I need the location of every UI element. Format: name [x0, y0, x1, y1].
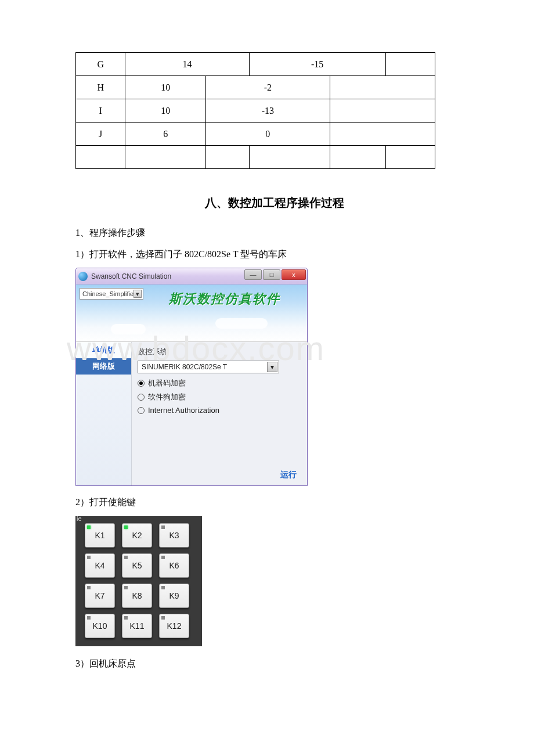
- cell: 10: [125, 99, 206, 123]
- cell: H: [76, 76, 125, 99]
- minimize-button[interactable]: —: [244, 269, 262, 280]
- cell: -2: [206, 76, 330, 99]
- key-k1[interactable]: K1: [85, 523, 115, 548]
- radio-label: Internet Authorization: [148, 406, 219, 415]
- cell: -13: [206, 99, 330, 123]
- key-k6[interactable]: K6: [159, 553, 189, 578]
- radio-label: 机器码加密: [148, 378, 186, 388]
- key-k4[interactable]: K4: [85, 553, 115, 578]
- cell: [330, 123, 435, 146]
- chevron-down-icon: ▾: [134, 290, 142, 298]
- left-tabs: 单机版 网络版: [76, 342, 132, 486]
- key-k3[interactable]: K3: [159, 523, 189, 548]
- cell: J: [76, 123, 125, 146]
- key-k11[interactable]: K11: [122, 614, 152, 638]
- cell: 6: [125, 123, 206, 146]
- run-link[interactable]: 运行: [280, 470, 297, 480]
- cell: [330, 76, 435, 99]
- banner: Chinese_Simplifie ▾ 斯沃数控仿真软件: [76, 285, 307, 341]
- key-k12[interactable]: K12: [159, 614, 189, 638]
- radio-icon: [138, 394, 145, 401]
- radio-icon: [138, 380, 145, 387]
- right-panel: 数控系统 SINUMERIK 802C/802Se T ▾ 机器码加密 软件狗加…: [132, 342, 307, 486]
- tab-network[interactable]: 网络版: [76, 358, 131, 375]
- step-1-text: 1）打开软件，选择西门子 802C/802Se T 型号的车床: [75, 246, 473, 262]
- language-value: Chinese_Simplifie: [82, 290, 134, 297]
- window-title: Swansoft CNC Simulation: [91, 272, 171, 280]
- cell: [385, 53, 435, 76]
- radio-label: 软件狗加密: [148, 392, 186, 402]
- chevron-down-icon: ▾: [267, 362, 277, 372]
- step-heading: 1、程序操作步骤: [75, 225, 473, 240]
- table-row: [76, 146, 435, 169]
- cell: [249, 146, 330, 169]
- window-titlebar: Swansoft CNC Simulation — □ x: [76, 268, 307, 285]
- cell: 14: [125, 53, 249, 76]
- panel-corner-label: ie: [77, 515, 82, 522]
- cell: I: [76, 99, 125, 123]
- cell: [330, 99, 435, 123]
- group-label: 数控系统: [138, 347, 301, 357]
- cell: [76, 146, 125, 169]
- app-icon: [78, 272, 88, 281]
- table-row: G 14 -15: [76, 53, 435, 76]
- swansoft-window: Swansoft CNC Simulation — □ x Chinese_Si…: [75, 268, 308, 486]
- tab-standalone[interactable]: 单机版: [76, 342, 131, 358]
- cnc-system-value: SINUMERIK 802C/802Se T: [142, 363, 227, 371]
- table-row: H 10 -2: [76, 76, 435, 99]
- key-k5[interactable]: K5: [122, 553, 152, 578]
- radio-dongle[interactable]: 软件狗加密: [138, 392, 301, 402]
- cnc-system-select[interactable]: SINUMERIK 802C/802Se T ▾: [138, 361, 279, 373]
- enable-key-panel: ie K1 K2 K3 K4 K5 K6 K7 K8 K9 K10 K11 K1…: [75, 516, 202, 646]
- cell: G: [76, 53, 125, 76]
- key-k10[interactable]: K10: [85, 614, 115, 638]
- key-k8[interactable]: K8: [122, 584, 152, 608]
- banner-text: 斯沃数控仿真软件: [169, 290, 280, 308]
- section-title: 八、数控加工程序操作过程: [75, 195, 473, 211]
- radio-internet-auth[interactable]: Internet Authorization: [138, 406, 301, 415]
- maximize-button[interactable]: □: [263, 269, 280, 280]
- key-k7[interactable]: K7: [85, 584, 115, 608]
- table-row: I 10 -13: [76, 99, 435, 123]
- step-2-text: 2）打开使能键: [75, 494, 473, 510]
- cell: 0: [206, 123, 330, 146]
- radio-icon: [138, 407, 145, 414]
- cell: 10: [125, 76, 206, 99]
- coordinates-table: G 14 -15 H 10 -2 I 10 -13 J 6 0: [75, 52, 435, 169]
- radio-machine-code[interactable]: 机器码加密: [138, 378, 301, 388]
- cell: [125, 146, 206, 169]
- key-k9[interactable]: K9: [159, 584, 189, 608]
- cell: [206, 146, 250, 169]
- cell: -15: [249, 53, 385, 76]
- close-button[interactable]: x: [282, 269, 306, 280]
- step-3-text: 3）回机床原点: [75, 656, 473, 671]
- table-row: J 6 0: [76, 123, 435, 146]
- cell: [330, 146, 385, 169]
- key-k2[interactable]: K2: [122, 523, 152, 548]
- language-select[interactable]: Chinese_Simplifie ▾: [80, 288, 143, 300]
- cell: [385, 146, 435, 169]
